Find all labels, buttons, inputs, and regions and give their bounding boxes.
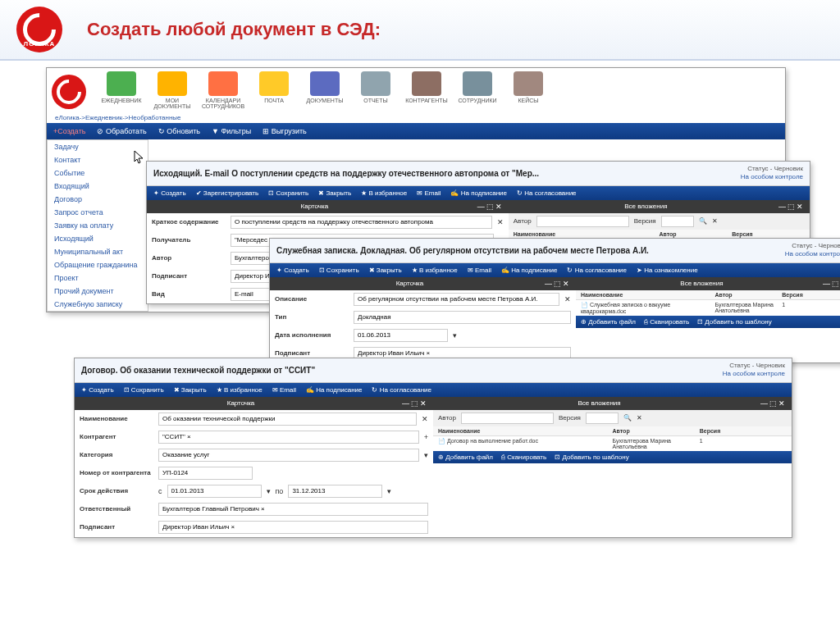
- doc1-action[interactable]: ⊡ Сохранить: [268, 189, 308, 197]
- doc1-filter-author[interactable]: [536, 216, 629, 227]
- minimize-icon[interactable]: —: [545, 280, 554, 288]
- clear-icon[interactable]: ✕: [422, 415, 428, 423]
- clear-icon[interactable]: ✕: [637, 414, 642, 422]
- doc1-action[interactable]: ✉ Email: [417, 189, 441, 197]
- create-menu-item[interactable]: Событие: [48, 166, 148, 180]
- expand-icon[interactable]: ⬚: [554, 280, 563, 288]
- doc1-filter-version[interactable]: [661, 216, 694, 227]
- doc3-action[interactable]: ✦ Создать: [81, 386, 114, 394]
- expand-icon[interactable]: ⬚: [769, 399, 778, 408]
- calendar-icon[interactable]: ▾: [267, 487, 271, 495]
- doc2-action[interactable]: ➤ На ознакомление: [637, 267, 698, 274]
- create-menu-item[interactable]: Прочий документ: [48, 285, 148, 298]
- doc1-action[interactable]: ✍ На подписание: [450, 189, 507, 197]
- doc2-attach-action[interactable]: ⊕ Добавить файл: [581, 318, 636, 326]
- doc1-action[interactable]: ★ В избранное: [361, 189, 407, 197]
- app-logo-small[interactable]: [52, 75, 86, 109]
- clear-icon[interactable]: ✕: [564, 295, 571, 303]
- doc3-period-to[interactable]: [288, 485, 382, 498]
- doc3-contragent[interactable]: [158, 431, 419, 444]
- toolbar-8[interactable]: КЕЙСЫ: [504, 71, 552, 109]
- doc3-attach-action[interactable]: ⊡ Добавить по шаблону: [555, 454, 629, 461]
- doc2-attach-action[interactable]: ⎙ Сканировать: [644, 318, 689, 326]
- minimize-icon[interactable]: —: [760, 399, 769, 408]
- doc3-number[interactable]: [158, 467, 253, 480]
- doc2-action[interactable]: ★ В избранное: [412, 267, 458, 274]
- menu-refresh[interactable]: ↻ Обновить: [158, 127, 200, 135]
- calendar-icon[interactable]: ▾: [453, 331, 457, 340]
- expand-icon[interactable]: ⬚: [788, 203, 797, 211]
- minimize-icon[interactable]: —: [823, 280, 832, 288]
- doc3-action[interactable]: ✖ Закрыть: [174, 386, 207, 394]
- toolbar-5[interactable]: ОТЧЕТЫ: [352, 71, 399, 109]
- create-menu-item[interactable]: Обращение гражданина: [48, 258, 148, 271]
- doc1-action[interactable]: ✦ Создать: [153, 189, 186, 197]
- doc3-responsible[interactable]: [158, 503, 428, 516]
- minimize-icon[interactable]: —: [778, 203, 788, 211]
- close-icon[interactable]: ✕: [778, 399, 787, 408]
- chevron-down-icon[interactable]: ▾: [424, 451, 428, 459]
- doc3-action[interactable]: ✉ Email: [272, 386, 296, 394]
- calendar-icon[interactable]: ▾: [387, 487, 391, 495]
- doc1-action[interactable]: ✔ Зарегистрировать: [196, 189, 259, 197]
- clear-icon[interactable]: ✕: [497, 218, 504, 226]
- doc3-action[interactable]: ⊡ Сохранить: [124, 386, 164, 394]
- create-menu-item[interactable]: Входящий: [48, 180, 148, 193]
- doc1-subject[interactable]: [231, 216, 492, 229]
- toolbar-0[interactable]: ЕЖЕДНЕВНИК: [98, 71, 145, 109]
- clear-icon[interactable]: ✕: [712, 217, 718, 225]
- doc3-period-from[interactable]: [167, 485, 262, 498]
- minimize-icon[interactable]: —: [402, 399, 411, 408]
- doc3-filter-version[interactable]: [586, 412, 619, 424]
- create-menu-item[interactable]: Контакт: [48, 153, 148, 166]
- minimize-icon[interactable]: —: [477, 203, 486, 211]
- doc3-attach-action[interactable]: ⎙ Сканировать: [501, 454, 546, 461]
- doc2-attachment-row[interactable]: 📄 Служебная записка о вакууме квадрокарм…: [576, 300, 840, 316]
- menu-process[interactable]: ⊘ Обработать: [97, 127, 146, 135]
- toolbar-6[interactable]: КОНТРАГЕНТЫ: [403, 71, 450, 109]
- menu-create[interactable]: +Создать: [53, 127, 85, 135]
- doc3-action[interactable]: ✍ На подписание: [306, 386, 363, 394]
- doc3-category[interactable]: [158, 449, 419, 462]
- breadcrumb[interactable]: еЛогика->Ежедневник->Необработанные: [47, 112, 785, 123]
- doc2-action[interactable]: ✖ Закрыть: [369, 267, 402, 274]
- doc3-attach-action[interactable]: ⊕ Добавить файл: [438, 454, 493, 461]
- create-menu-item[interactable]: Задачу: [48, 140, 148, 153]
- doc3-attachment-row[interactable]: 📄 Договор на выполнение работ.docБухгалт…: [433, 436, 792, 451]
- close-icon[interactable]: ✕: [495, 203, 504, 211]
- expand-icon[interactable]: ⬚: [411, 399, 420, 408]
- create-menu-item[interactable]: Заявку на оплату: [48, 219, 148, 232]
- search-icon[interactable]: 🔍: [699, 217, 707, 225]
- toolbar-2[interactable]: КАЛЕНДАРИ СОТРУДНИКОВ: [199, 71, 247, 109]
- add-icon[interactable]: +: [424, 433, 428, 441]
- create-menu-item[interactable]: Проект: [48, 271, 148, 285]
- doc1-action[interactable]: ✖ Закрыть: [318, 189, 351, 197]
- search-icon[interactable]: 🔍: [623, 414, 632, 422]
- doc3-name[interactable]: [158, 412, 417, 426]
- doc2-type[interactable]: [354, 311, 571, 324]
- menu-export[interactable]: ⊞ Выгрузить: [262, 127, 307, 135]
- doc2-action[interactable]: ✉ Email: [468, 267, 491, 274]
- doc2-date[interactable]: [354, 329, 448, 342]
- create-menu-item[interactable]: Служебную записку: [48, 298, 148, 311]
- create-menu-item[interactable]: Исходящий: [48, 232, 148, 245]
- expand-icon[interactable]: ⬚: [832, 280, 840, 288]
- expand-icon[interactable]: ⬚: [486, 203, 495, 211]
- doc3-action[interactable]: ↻ На согласование: [372, 386, 431, 394]
- doc1-action[interactable]: ↻ На согласование: [517, 189, 577, 197]
- doc2-attach-action[interactable]: ⊡ Добавить по шаблону: [697, 318, 772, 326]
- create-menu-item[interactable]: Договор: [48, 193, 148, 206]
- doc3-filter-author[interactable]: [461, 412, 554, 424]
- close-icon[interactable]: ✕: [563, 280, 571, 288]
- create-menu-item[interactable]: Запрос отчета: [48, 206, 148, 219]
- close-icon[interactable]: ✕: [420, 399, 428, 408]
- doc2-action[interactable]: ✍ На подписание: [501, 267, 558, 274]
- toolbar-4[interactable]: ДОКУМЕНТЫ: [301, 71, 349, 109]
- create-menu-item[interactable]: Муниципальный акт: [48, 245, 148, 258]
- doc2-action[interactable]: ↻ На согласование: [567, 267, 627, 274]
- doc2-action[interactable]: ✦ Создать: [276, 267, 309, 274]
- toolbar-3[interactable]: ПОЧТА: [250, 71, 298, 109]
- doc3-signer[interactable]: [158, 521, 428, 534]
- toolbar-7[interactable]: СОТРУДНИКИ: [454, 71, 501, 109]
- menu-filters[interactable]: ▼ Фильтры: [212, 127, 251, 135]
